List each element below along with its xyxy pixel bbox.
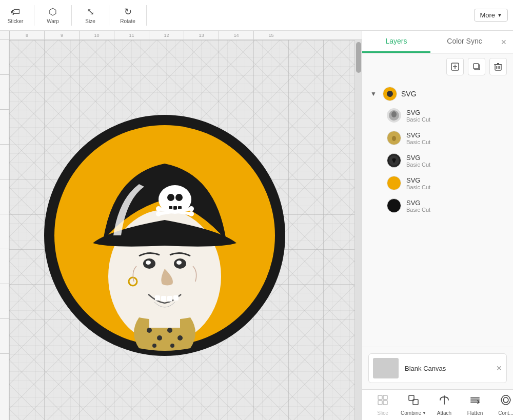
attach-icon — [438, 394, 450, 409]
blank-canvas-area: Blank Canvas ✕ — [362, 347, 513, 389]
more-label: More — [480, 11, 495, 19]
layer-item-5[interactable]: SVG Basic Cut — [383, 194, 509, 217]
scrollbar-thumb[interactable] — [356, 42, 361, 73]
layer-item-info-1: SVG Basic Cut — [406, 109, 430, 123]
ruler-v-mark-5 — [0, 179, 9, 214]
layer-thumb-1 — [387, 108, 401, 123]
separator-1 — [34, 5, 34, 26]
svg-point-4 — [167, 194, 174, 201]
svg-point-25 — [157, 335, 162, 341]
svg-point-17 — [146, 261, 151, 265]
ruler-v-mark-1 — [0, 40, 9, 75]
warp-icon: ⬡ — [49, 6, 57, 17]
attach-button[interactable]: Attach — [429, 394, 460, 416]
add-layer-icon — [450, 62, 460, 71]
more-button[interactable]: More ▼ — [474, 9, 508, 22]
layer-item-subtitle-1: Basic Cut — [406, 116, 430, 123]
svg-rect-20 — [161, 296, 166, 302]
duplicate-layer-button[interactable] — [468, 58, 485, 75]
combine-label-wrap: Combine ▼ — [401, 410, 426, 416]
canvas-scrollbar[interactable] — [354, 40, 362, 420]
svg-point-11 — [156, 206, 161, 211]
main-area: 8 9 10 11 12 13 14 15 — [0, 31, 513, 420]
ruler-mark-15: 15 — [253, 31, 288, 40]
group-chevron-icon: ▼ — [370, 90, 379, 97]
attach-label: Attach — [437, 410, 451, 416]
ruler-v-mark-2 — [0, 75, 9, 110]
sticker-label: Sticker — [8, 18, 24, 24]
size-tool[interactable]: ⤡ Size — [80, 6, 101, 24]
layer-item-2[interactable]: SVG Basic Cut — [383, 127, 509, 149]
layer-icons-row — [362, 54, 513, 79]
svg-point-29 — [170, 344, 174, 348]
layer-thumb-2 — [387, 131, 401, 145]
svg-rect-35 — [473, 64, 479, 69]
canvas-with-ruler — [0, 40, 362, 420]
warp-label: Warp — [47, 18, 59, 24]
layer-group-header[interactable]: ▼ SVG — [366, 84, 509, 104]
svg-point-5 — [175, 194, 183, 201]
canvas-grid[interactable] — [9, 40, 354, 420]
sticker-tool[interactable]: 🏷 Sticker — [5, 7, 26, 24]
svg-point-49 — [389, 178, 399, 188]
layer-thumb-5 — [387, 198, 401, 213]
svg-point-13 — [156, 211, 161, 216]
ruler-v-mark-6 — [0, 214, 9, 249]
svg-point-43 — [387, 91, 393, 97]
layer-item-info-3: SVG Basic Cut — [406, 154, 430, 168]
slice-button[interactable]: Slice — [367, 394, 398, 416]
layer-item-title-1: SVG — [406, 109, 430, 116]
blank-canvas-item[interactable]: Blank Canvas ✕ — [368, 353, 507, 383]
combine-arrow-icon: ▼ — [422, 411, 426, 415]
tab-layers[interactable]: Layers — [362, 31, 430, 53]
tab-color-sync[interactable]: Color Sync — [430, 31, 499, 53]
flatten-label: Flatten — [467, 410, 483, 416]
ruler-horizontal: 8 9 10 11 12 13 14 15 — [0, 31, 362, 40]
contour-button[interactable]: Cont... — [490, 394, 513, 416]
group-thumbnail — [383, 87, 397, 101]
warp-tool[interactable]: ⬡ Warp — [43, 6, 63, 24]
layer-item-subtitle-5: Basic Cut — [406, 207, 430, 213]
separator-3 — [109, 5, 109, 26]
combine-button[interactable]: Combine ▼ — [398, 394, 429, 416]
contour-label: Cont... — [498, 410, 513, 416]
ruler-vertical — [0, 40, 9, 420]
pirate-image — [36, 97, 293, 364]
svg-rect-53 — [378, 401, 382, 405]
blank-canvas-close-button[interactable]: ✕ — [496, 364, 502, 372]
panel-bottom-toolbar: Slice Combine ▼ — [362, 389, 513, 420]
ruler-v-mark-7 — [0, 249, 9, 284]
svg-point-28 — [152, 344, 156, 348]
layer-item-1[interactable]: SVG Basic Cut — [383, 104, 509, 127]
svg-rect-51 — [378, 395, 382, 399]
more-chevron-icon: ▼ — [497, 12, 502, 18]
slice-label: Slice — [377, 410, 388, 416]
svg-rect-54 — [383, 401, 387, 405]
svg-point-18 — [176, 261, 182, 265]
rotate-tool[interactable]: ↻ Rotate — [117, 6, 138, 24]
svg-point-24 — [147, 328, 152, 333]
delete-layer-button[interactable] — [489, 58, 507, 75]
size-label: Size — [85, 18, 95, 24]
layer-item-info-2: SVG Basic Cut — [406, 131, 430, 145]
add-layer-button[interactable] — [446, 58, 464, 75]
ruler-mark-13: 13 — [184, 31, 219, 40]
ruler-v-mark-4 — [0, 145, 9, 179]
rotate-label: Rotate — [120, 18, 135, 24]
blank-canvas-thumbnail — [373, 358, 399, 378]
panel-close-button[interactable]: ✕ — [499, 37, 509, 47]
ruler-mark-14: 14 — [219, 31, 253, 40]
ruler-v-mark-9 — [0, 319, 9, 354]
layer-item-info-5: SVG Basic Cut — [406, 199, 430, 213]
contour-icon — [500, 394, 512, 409]
flatten-button[interactable]: Flatten — [460, 394, 490, 416]
layer-item-3[interactable]: SVG Basic Cut — [383, 149, 509, 172]
layer-item-4[interactable]: SVG Basic Cut — [383, 172, 509, 194]
svg-rect-52 — [383, 395, 387, 399]
svg-rect-22 — [173, 295, 179, 301]
duplicate-layer-icon — [472, 62, 481, 71]
svg-rect-21 — [167, 296, 172, 302]
delete-layer-icon — [494, 62, 503, 71]
svg-point-14 — [189, 211, 194, 216]
layer-item-title-3: SVG — [406, 154, 430, 162]
